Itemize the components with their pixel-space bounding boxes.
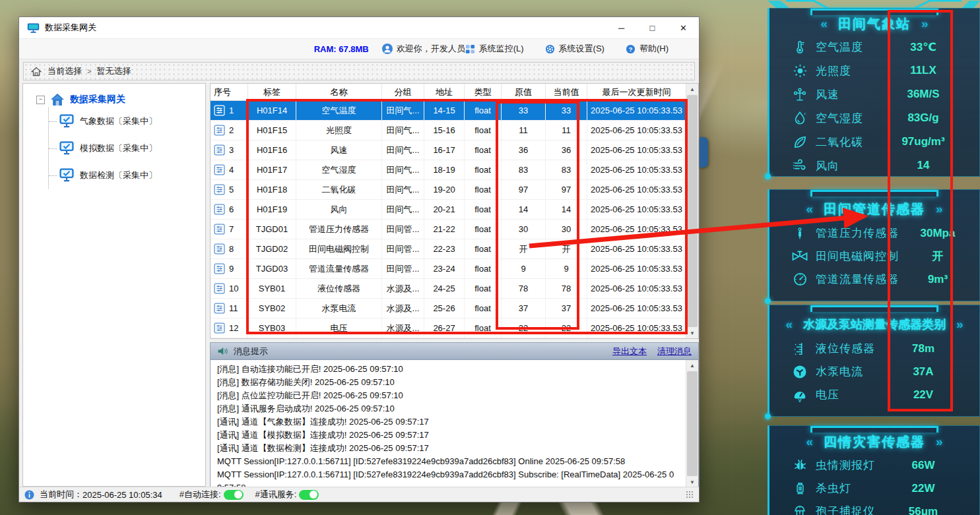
- panel-next-icon[interactable]: »: [936, 202, 943, 216]
- message-action-link[interactable]: 导出文本: [612, 346, 647, 357]
- cell-tag: H01F17: [248, 160, 296, 179]
- sensor-label: 虫情测报灯: [816, 458, 884, 473]
- column-header[interactable]: 地址: [424, 84, 465, 100]
- tree-item-channel[interactable]: 数据检测〔采集中〕: [49, 162, 200, 189]
- point-row-icon: [214, 224, 225, 235]
- cell-tag: SYB02: [248, 299, 296, 318]
- sensor-value: 37A: [884, 365, 962, 379]
- cell-type: float: [465, 200, 502, 219]
- cell-current-value: 33: [546, 101, 587, 120]
- menu-item[interactable]: ? 帮助(H): [626, 43, 669, 55]
- table-row[interactable]: 7 TJGD01 管道压力传感器 田间管... 21-22 float 30 3…: [211, 220, 686, 239]
- panel-title: 水源及泵站测量传感器类别: [803, 317, 946, 332]
- column-header[interactable]: 当前值: [546, 84, 587, 100]
- svg-text:?: ?: [629, 45, 633, 52]
- table-row[interactable]: 5 H01F18 二氧化碳 田间气... 19-20 float 97 97 2…: [211, 180, 686, 200]
- tree-item-channel[interactable]: 气象数据〔采集中〕: [49, 107, 200, 135]
- table-row[interactable]: 2 H01F15 光照度 田间气... 15-16 float 11 11 20…: [211, 121, 686, 140]
- point-row-icon: [214, 125, 225, 136]
- cell-current-value: 30: [546, 220, 587, 239]
- message-action-link[interactable]: 清理消息: [657, 346, 692, 357]
- panel-next-icon[interactable]: »: [936, 435, 943, 449]
- column-header[interactable]: 类型: [465, 84, 502, 100]
- cell-raw-value: 36: [502, 140, 546, 160]
- panel-next-icon[interactable]: »: [956, 317, 964, 332]
- svg-text:c: c: [804, 111, 806, 115]
- column-header[interactable]: 序号: [211, 84, 248, 100]
- message-scrollbar[interactable]: ▲ ▼: [686, 360, 698, 487]
- cell-address: 16-17: [424, 140, 465, 160]
- app-icon: [27, 22, 40, 34]
- cell-address: 19-20: [424, 180, 465, 199]
- cell-group: 水源及...: [382, 279, 424, 298]
- column-header[interactable]: 原值: [502, 84, 546, 100]
- sensor-value: 83G/g: [884, 111, 962, 125]
- menu-item[interactable]: 系统监控(L): [465, 43, 524, 55]
- table-row[interactable]: 10 SYB01 液位传感器 水源及... 24-25 float 78 78 …: [211, 279, 686, 299]
- current-time-value: 2025-06-25 10:05:34: [82, 490, 162, 500]
- close-button[interactable]: ✕: [668, 17, 699, 38]
- cell-name: 管道流量传感器: [296, 259, 382, 278]
- home-icon[interactable]: [30, 66, 42, 77]
- table-row[interactable]: 8 TJGD02 田间电磁阀控制 田间管... 22-23 float 开 开 …: [211, 239, 686, 259]
- table-row[interactable]: 6 H01F19 风向 田间气... 20-21 float 14 14 202…: [211, 200, 686, 220]
- column-header[interactable]: 名称: [296, 84, 382, 100]
- scroll-up-icon[interactable]: ▲: [686, 84, 698, 94]
- thermometer-icon: [791, 38, 809, 55]
- window-edge-handle[interactable]: [700, 137, 708, 167]
- table-row[interactable]: 1 H01F14 空气温度 田间气... 14-15 float 33 33 2…: [211, 101, 686, 121]
- cell-address: 25-26: [424, 299, 465, 318]
- tree-root-label[interactable]: 数据采集网关: [70, 94, 125, 106]
- sensor-value: 22V: [884, 388, 962, 402]
- table-header-row: 序号 标签 名称 分组 地址 类型 原值 当前值 最后一次更新时间: [211, 84, 686, 101]
- sensor-value: 11LX: [884, 64, 962, 77]
- cell-updated-time: 2025-06-25 10:05:33.53: [587, 140, 686, 160]
- table-row[interactable]: 4 H01F17 空气湿度 田间气... 18-19 float 83 83 2…: [211, 160, 686, 180]
- sensor-row: 光照度 11LX: [769, 59, 979, 82]
- toggle-switch[interactable]: [299, 490, 319, 500]
- cell-index: 10: [229, 284, 238, 293]
- panel-prev-icon[interactable]: «: [785, 317, 793, 332]
- cell-updated-time: 2025-06-25 10:05:33.53: [587, 200, 686, 219]
- column-header[interactable]: 最后一次更新时间: [587, 84, 686, 100]
- cell-group: 田间气...: [382, 160, 424, 179]
- scroll-up-icon[interactable]: ▲: [686, 360, 698, 371]
- panel-prev-icon[interactable]: «: [806, 435, 813, 449]
- toggle-switch[interactable]: [224, 490, 244, 500]
- cell-current-value: 11: [546, 121, 587, 140]
- table-row[interactable]: 3 H01F16 风速 田间气... 16-17 float 36 36 202…: [211, 140, 686, 160]
- tree-root-node[interactable]: − 数据采集网关: [28, 93, 200, 106]
- gear-icon: [545, 44, 555, 54]
- valve-icon: [791, 248, 809, 265]
- scroll-down-icon[interactable]: ▼: [686, 328, 698, 338]
- point-row-icon: [214, 144, 225, 156]
- tree-collapse-icon[interactable]: −: [36, 96, 45, 104]
- scrollbar-thumb[interactable]: [687, 371, 698, 476]
- panel-prev-icon[interactable]: «: [806, 202, 813, 216]
- maximize-button[interactable]: □: [637, 17, 668, 38]
- sensor-row: 风向 14: [769, 154, 979, 177]
- sensor-label: 风向: [816, 158, 884, 173]
- cell-type: float: [465, 279, 502, 298]
- scroll-down-icon[interactable]: ▼: [686, 477, 698, 487]
- tree-item-channel[interactable]: 模拟数据〔采集中〕: [49, 135, 200, 162]
- table-row[interactable]: 12 SYB03 电压 水源及... 26-27 float 22 22 202…: [211, 318, 686, 338]
- sensor-row: 杀虫灯 22W: [769, 477, 979, 500]
- column-header[interactable]: 分组: [382, 84, 424, 100]
- status-bar: 当前时间： 2025-06-25 10:05:34 #自动连接: #通讯服务:: [19, 487, 699, 502]
- resize-grip[interactable]: [686, 491, 694, 499]
- menu-item[interactable]: 系统设置(S): [545, 43, 604, 55]
- panel-next-icon[interactable]: »: [921, 16, 929, 31]
- table-row[interactable]: 11 SYB02 水泵电流 水源及... 25-26 float 37 37 2…: [211, 299, 686, 318]
- sensor-value: 30Mpa: [899, 227, 977, 240]
- cell-updated-time: 2025-06-25 10:05:33.53: [587, 101, 686, 120]
- insect-lamp-icon: [791, 480, 809, 497]
- table-row[interactable]: 9 TJGD03 管道流量传感器 田间管... 23-24 float 9 9 …: [211, 259, 686, 279]
- minimize-button[interactable]: ─: [606, 17, 637, 38]
- panel-prev-icon[interactable]: «: [820, 16, 828, 31]
- column-header[interactable]: 标签: [248, 84, 296, 100]
- cell-current-value: 9: [546, 259, 587, 278]
- scrollbar-thumb[interactable]: [687, 95, 698, 327]
- table-scrollbar[interactable]: ▲ ▼: [686, 84, 698, 338]
- sensor-row: 二氧化碳 97ug/m³: [769, 130, 979, 154]
